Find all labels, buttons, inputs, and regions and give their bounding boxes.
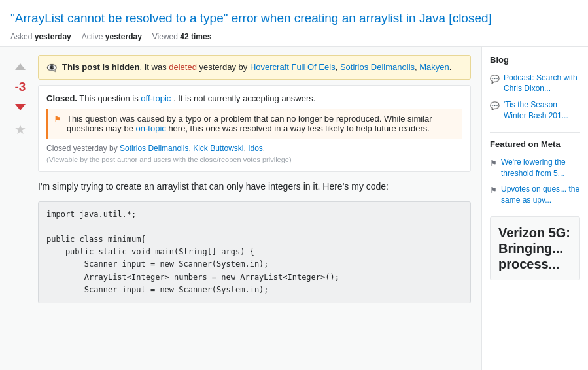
closed-header: Closed. This question is off-topic . It …	[46, 93, 462, 103]
deleted-link[interactable]: deleted	[169, 62, 197, 72]
sidebar-featured-title: Featured on Meta	[490, 139, 580, 152]
notice-hidden-text: This post is hidden. It was deleted yest…	[62, 62, 451, 72]
sidebar: Blog 💬 Podcast: Search with Chris Dixon.…	[482, 47, 588, 370]
hovercraft-link[interactable]: Hovercraft Full Of Eels	[250, 62, 336, 72]
closed-viewable: (Viewable by the post author and users w…	[46, 156, 462, 163]
vote-count: -3	[15, 80, 26, 94]
question-meta: Asked yesterday Active yesterday Viewed …	[10, 32, 578, 41]
sidebar-ad: Verizon 5G:Bringing...process...	[490, 216, 580, 280]
sidebar-divider-1	[490, 132, 580, 133]
main-content: -3 ★ 👁️‍🗨️	[0, 47, 482, 370]
vote-down-button[interactable]	[10, 97, 30, 116]
closed-by-idos[interactable]: Idos	[248, 144, 263, 153]
flag-icon-1: ⚑	[490, 158, 497, 169]
meta-active: Active yesterday	[82, 32, 142, 41]
sidebar-blog-item-2: 💬 'Tis the Season — Winter Bash 201...	[490, 99, 580, 122]
flag-icon: ⚑	[54, 114, 61, 124]
sidebar-ad-title: Verizon 5G:Bringing...process...	[498, 225, 572, 272]
closed-reason: ⚑ This question was caused by a typo or …	[46, 109, 462, 139]
blog-link-2[interactable]: 'Tis the Season — Winter Bash 201...	[504, 99, 580, 122]
notice-closed: Closed. This question is off-topic . It …	[38, 85, 471, 172]
featured-link-1[interactable]: We're lowering the threshold from 5...	[501, 157, 580, 179]
closed-footer: Closed yesterday by Sotirios Delimanolis…	[46, 144, 462, 153]
sidebar-featured-section: Featured on Meta ⚑ We're lowering the th…	[490, 139, 580, 206]
meta-viewed: Viewed 42 times	[152, 32, 212, 41]
off-topic-link[interactable]: off-topic	[141, 93, 171, 103]
featured-link-2[interactable]: Upvotes on ques... the same as upv...	[501, 184, 580, 206]
favorite-button[interactable]: ★	[14, 122, 26, 137]
flag-icon-2: ⚑	[490, 185, 497, 196]
sotirios-link[interactable]: Sotirios Delimanolis	[340, 62, 415, 72]
question-body: -3 ★ 👁️‍🗨️	[10, 55, 471, 303]
page-wrapper: "ArrayList cannot be resolved to a type"…	[0, 0, 588, 370]
post-content: 👁️‍🗨️ This post is hidden. It was delete…	[38, 55, 471, 303]
code-block: import java.util.*; public class minimum…	[38, 201, 471, 303]
chat-icon-2: 💬	[490, 101, 500, 112]
eye-slash-icon: 👁️‍🗨️	[46, 63, 57, 73]
chat-icon-1: 💬	[490, 74, 500, 85]
sidebar-blog-title: Blog	[490, 55, 580, 67]
notice-hidden: 👁️‍🗨️ This post is hidden. It was delete…	[38, 55, 471, 80]
closed-reason-text: This question was caused by a typo or a …	[67, 114, 457, 133]
on-topic-link[interactable]: on-topic	[136, 124, 166, 133]
vote-up-button[interactable]	[10, 58, 30, 77]
sidebar-featured-item-1: ⚑ We're lowering the threshold from 5...	[490, 157, 580, 179]
content-area: -3 ★ 👁️‍🗨️	[0, 47, 588, 370]
vote-widget: -3 ★	[10, 55, 30, 303]
meta-asked: Asked yesterday	[10, 32, 71, 41]
code-pre: import java.util.*; public class minimum…	[46, 209, 462, 296]
question-header: "ArrayList cannot be resolved to a type"…	[0, 0, 588, 47]
sidebar-blog-section: Blog 💬 Podcast: Search with Chris Dixon.…	[490, 55, 580, 122]
blog-link-1[interactable]: Podcast: Search with Chris Dixon...	[504, 73, 580, 95]
notice-hidden-bold: This post is hidden	[62, 62, 139, 72]
question-title-link[interactable]: "ArrayList cannot be resolved to a type"…	[10, 11, 492, 25]
sidebar-blog-item-1: 💬 Podcast: Search with Chris Dixon...	[490, 73, 580, 95]
closed-by-kick[interactable]: Kick Buttowski	[193, 144, 243, 153]
sidebar-featured-item-2: ⚑ Upvotes on ques... the same as upv...	[490, 184, 580, 206]
question-text: I'm simply trying to create an arraylist…	[38, 180, 471, 193]
makyen-link[interactable]: Makyen	[419, 62, 449, 72]
closed-by-sotirios[interactable]: Sotirios Delimanolis	[120, 144, 188, 153]
star-icon: ★	[14, 122, 26, 137]
closed-label: Closed.	[46, 93, 77, 103]
question-title[interactable]: "ArrayList cannot be resolved to a type"…	[10, 10, 578, 27]
